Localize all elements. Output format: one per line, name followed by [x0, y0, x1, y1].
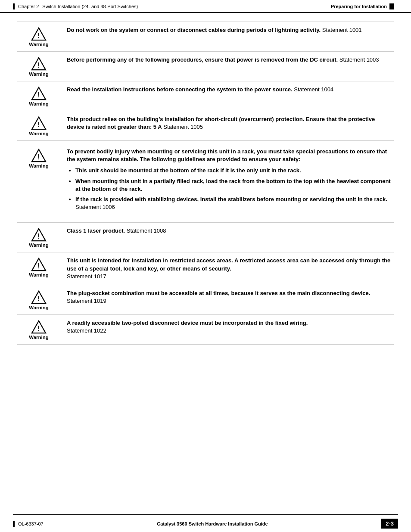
warning-content-1: Do not work on the system or connect or … — [65, 26, 394, 34]
page-footer: OL-6337-07 Catalyst 3560 Switch Hardware… — [13, 514, 398, 532]
warning-content-3: Read the installation instructions befor… — [65, 86, 394, 93]
svg-text:!: ! — [37, 153, 40, 161]
warning-content-5: To prevent bodily injury when mounting o… — [65, 148, 394, 214]
chapter-label: Chapter 2 — [18, 4, 39, 9]
list-item-5-1: This unit should be mounted at the botto… — [75, 167, 394, 174]
svg-text:!: ! — [37, 233, 40, 240]
warning-label-4: Warning — [29, 131, 49, 136]
list-item-5-3-text: If the rack is provided with stabilizing… — [75, 196, 387, 202]
warning-normal-4: Statement 1005 — [162, 124, 203, 130]
warning-content-2: Before performing any of the following p… — [65, 56, 394, 64]
warning-bold-3: Read the installation instructions befor… — [67, 86, 293, 93]
warning-left-2: ! Warning — [17, 56, 65, 77]
warning-intro-5: To prevent bodily injury when mounting o… — [67, 148, 394, 163]
warning-icon-9: ! — [31, 320, 47, 334]
warning-content-8: The plug-socket combination must be acce… — [65, 289, 394, 305]
footer-page-number: 2-3 — [381, 519, 398, 529]
footer-center: Catalyst 3560 Switch Hardware Installati… — [157, 521, 268, 526]
header-bar-icon — [13, 3, 15, 9]
warning-label-6: Warning — [29, 243, 49, 248]
warning-label-7: Warning — [29, 272, 49, 277]
warning-bold-9: A readily accessible two-poled disconnec… — [67, 320, 308, 326]
svg-text:!: ! — [37, 325, 40, 332]
svg-text:!: ! — [37, 295, 40, 302]
warning-icon-2: ! — [31, 57, 47, 71]
warning-left-3: ! Warning — [17, 86, 65, 106]
svg-text:!: ! — [37, 91, 40, 99]
warning-label-5: Warning — [29, 163, 49, 168]
warning-label-2: Warning — [29, 72, 49, 77]
warning-icon-6: ! — [31, 228, 47, 242]
warning-normal-8: Statement 1019 — [67, 298, 106, 304]
warning-icon-4: ! — [31, 116, 47, 130]
page-header: Chapter 2 Switch Installation (24- and 4… — [0, 0, 411, 13]
footer-doc-id: OL-6337-07 — [18, 521, 44, 526]
header-right-bar — [389, 3, 394, 9]
svg-text:!: ! — [37, 121, 40, 128]
warning-label-3: Warning — [29, 101, 49, 106]
warning-left-5: ! Warning — [17, 148, 65, 168]
list-item-5-3-statement: Statement 1006 — [75, 204, 115, 210]
warning-bold-1: Do not work on the system or connect or … — [67, 27, 321, 33]
svg-text:!: ! — [37, 62, 40, 69]
warning-label-8: Warning — [29, 305, 49, 310]
warning-normal-3: Statement 1004 — [293, 86, 333, 93]
warning-icon-5: ! — [31, 149, 47, 162]
warning-content-9: A readily accessible two-poled disconnec… — [65, 319, 394, 335]
warning-left-7: ! Warning — [17, 257, 65, 277]
warning-block-3: ! Warning Read the installation instruct… — [17, 81, 394, 111]
header-right-text: Preparing for Installation — [331, 4, 387, 9]
header-section: Switch Installation (24- and 48-Port Swi… — [42, 4, 138, 9]
warning-label-1: Warning — [29, 42, 49, 47]
warning-block-4: ! Warning This product relies on the bui… — [17, 111, 394, 141]
warning-icon-3: ! — [31, 87, 47, 100]
warning-block-7: ! Warning This unit is intended for inst… — [17, 252, 394, 285]
warning-block-9: ! Warning A readily accessible two-poled… — [17, 315, 394, 345]
warning-normal-1: Statement 1001 — [321, 27, 361, 33]
warning-left-6: ! Warning — [17, 227, 65, 248]
warning-block-2: ! Warning Before performing any of the f… — [17, 52, 394, 81]
warning-content-6: Class 1 laser product. Statement 1008 — [65, 227, 394, 235]
warning-block-5: ! Warning To prevent bodily injury when … — [17, 141, 394, 223]
list-item-5-3: If the rack is provided with stabilizing… — [75, 196, 394, 211]
list-item-5-2: When mounting this unit in a partially f… — [75, 177, 394, 193]
footer-left: OL-6337-07 — [13, 521, 44, 527]
warning-bold-4: This product relies on the building’s in… — [67, 116, 375, 130]
warning-block-1: ! Warning Do not work on the system or c… — [17, 22, 394, 52]
warning-bold-6: Class 1 laser product. — [67, 227, 125, 234]
warning-normal-2: Statement 1003 — [338, 56, 379, 63]
warning-normal-9: Statement 1022 — [67, 327, 106, 334]
page-number-text: 2-3 — [386, 520, 394, 527]
warning-icon-7: ! — [31, 258, 47, 271]
main-content: ! Warning Do not work on the system or c… — [0, 13, 411, 379]
warning-bold-8: The plug-socket combination must be acce… — [67, 290, 370, 296]
footer-title: Catalyst 3560 Switch Hardware Installati… — [157, 521, 268, 526]
header-left: Chapter 2 Switch Installation (24- and 4… — [13, 3, 138, 9]
warning-content-7: This unit is intended for installation i… — [65, 257, 394, 280]
footer-bar-icon — [13, 521, 15, 527]
header-right: Preparing for Installation — [331, 3, 394, 9]
warning-left-1: ! Warning — [17, 26, 65, 47]
svg-text:!: ! — [37, 262, 40, 270]
warning-bold-2: Before performing any of the following p… — [67, 56, 338, 63]
warning-content-4: This product relies on the building’s in… — [65, 115, 394, 131]
warning-label-9: Warning — [29, 335, 49, 340]
warning-icon-1: ! — [31, 27, 47, 41]
warning-normal-6: Statement 1008 — [125, 227, 166, 234]
warning-block-8: ! Warning The plug-socket combination mu… — [17, 285, 394, 315]
svg-text:!: ! — [37, 32, 40, 39]
warning-left-9: ! Warning — [17, 319, 65, 340]
warning-icon-8: ! — [31, 290, 47, 304]
warning-bold-7: This unit is intended for installation i… — [67, 257, 390, 271]
warning-list-5: This unit should be mounted at the botto… — [75, 167, 394, 211]
warning-block-6: ! Warning Class 1 laser product. Stateme… — [17, 223, 394, 252]
warning-left-4: ! Warning — [17, 115, 65, 136]
warning-normal-7: Statement 1017 — [67, 273, 106, 280]
warning-left-8: ! Warning — [17, 289, 65, 310]
